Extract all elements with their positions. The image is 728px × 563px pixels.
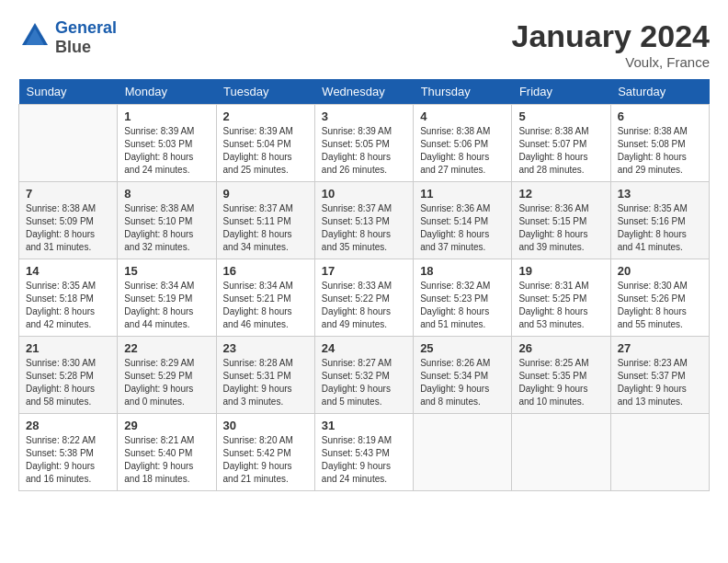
col-header-monday: Monday	[118, 79, 216, 105]
day-info: Sunrise: 8:29 AMSunset: 5:29 PMDaylight:…	[124, 357, 209, 408]
calendar-week-row: 1Sunrise: 8:39 AMSunset: 5:03 PMDaylight…	[19, 105, 710, 182]
day-info: Sunrise: 8:31 AMSunset: 5:25 PMDaylight:…	[518, 280, 603, 331]
day-info: Sunrise: 8:39 AMSunset: 5:03 PMDaylight:…	[124, 125, 209, 177]
calendar-day-cell: 15Sunrise: 8:34 AMSunset: 5:19 PMDayligh…	[118, 259, 216, 337]
day-number: 15	[124, 264, 209, 278]
calendar-week-row: 28Sunrise: 8:22 AMSunset: 5:38 PMDayligh…	[19, 414, 710, 491]
logo-general: General	[55, 18, 117, 38]
day-number: 24	[322, 341, 406, 355]
calendar-table: SundayMondayTuesdayWednesdayThursdayFrid…	[18, 79, 710, 491]
calendar-day-cell: 24Sunrise: 8:27 AMSunset: 5:32 PMDayligh…	[314, 337, 413, 414]
day-number: 25	[420, 341, 505, 355]
day-number: 5	[518, 109, 603, 123]
calendar-day-cell: 21Sunrise: 8:30 AMSunset: 5:28 PMDayligh…	[19, 337, 118, 414]
logo-icon	[18, 19, 51, 52]
day-info: Sunrise: 8:23 AMSunset: 5:37 PMDaylight:…	[618, 357, 702, 408]
day-info: Sunrise: 8:33 AMSunset: 5:22 PMDaylight:…	[322, 280, 406, 331]
calendar-day-cell: 25Sunrise: 8:26 AMSunset: 5:34 PMDayligh…	[414, 337, 512, 414]
calendar-day-cell: 8Sunrise: 8:38 AMSunset: 5:10 PMDaylight…	[118, 182, 216, 259]
day-number: 2	[223, 109, 308, 123]
day-info: Sunrise: 8:25 AMSunset: 5:35 PMDaylight:…	[518, 357, 603, 408]
calendar-day-cell	[414, 414, 512, 491]
calendar-day-cell: 27Sunrise: 8:23 AMSunset: 5:37 PMDayligh…	[610, 337, 709, 414]
day-number: 30	[223, 419, 308, 432]
day-info: Sunrise: 8:39 AMSunset: 5:05 PMDaylight:…	[322, 125, 406, 177]
day-number: 13	[618, 187, 702, 201]
calendar-day-cell: 6Sunrise: 8:38 AMSunset: 5:08 PMDaylight…	[610, 105, 709, 182]
day-number: 17	[322, 264, 406, 278]
calendar-day-cell: 5Sunrise: 8:38 AMSunset: 5:07 PMDaylight…	[512, 105, 610, 182]
calendar-day-cell: 10Sunrise: 8:37 AMSunset: 5:13 PMDayligh…	[314, 182, 413, 259]
day-info: Sunrise: 8:39 AMSunset: 5:04 PMDaylight:…	[223, 125, 308, 177]
day-info: Sunrise: 8:22 AMSunset: 5:38 PMDaylight:…	[26, 434, 110, 486]
calendar-day-cell: 30Sunrise: 8:20 AMSunset: 5:42 PMDayligh…	[216, 414, 314, 491]
day-info: Sunrise: 8:21 AMSunset: 5:40 PMDaylight:…	[124, 434, 209, 486]
calendar-day-cell: 11Sunrise: 8:36 AMSunset: 5:14 PMDayligh…	[414, 182, 512, 259]
day-info: Sunrise: 8:32 AMSunset: 5:23 PMDaylight:…	[420, 280, 505, 331]
day-number: 22	[124, 341, 209, 355]
day-info: Sunrise: 8:19 AMSunset: 5:43 PMDaylight:…	[322, 434, 406, 486]
day-info: Sunrise: 8:34 AMSunset: 5:21 PMDaylight:…	[223, 280, 308, 331]
calendar-day-cell: 7Sunrise: 8:38 AMSunset: 5:09 PMDaylight…	[19, 182, 118, 259]
day-number: 6	[618, 109, 702, 123]
logo: General Blue	[18, 18, 117, 57]
day-number: 29	[124, 419, 209, 432]
day-info: Sunrise: 8:36 AMSunset: 5:15 PMDaylight:…	[518, 202, 603, 254]
calendar-week-row: 14Sunrise: 8:35 AMSunset: 5:18 PMDayligh…	[19, 259, 710, 337]
day-info: Sunrise: 8:30 AMSunset: 5:26 PMDaylight:…	[618, 280, 702, 331]
day-number: 10	[322, 187, 406, 201]
col-header-sunday: Sunday	[19, 79, 118, 105]
day-number: 11	[420, 187, 505, 201]
day-info: Sunrise: 8:35 AMSunset: 5:16 PMDaylight:…	[618, 202, 702, 254]
day-info: Sunrise: 8:36 AMSunset: 5:14 PMDaylight:…	[420, 202, 505, 254]
day-number: 14	[26, 264, 110, 278]
calendar-day-cell: 18Sunrise: 8:32 AMSunset: 5:23 PMDayligh…	[414, 259, 512, 337]
calendar-week-row: 7Sunrise: 8:38 AMSunset: 5:09 PMDaylight…	[19, 182, 710, 259]
day-info: Sunrise: 8:27 AMSunset: 5:32 PMDaylight:…	[322, 357, 406, 408]
day-info: Sunrise: 8:38 AMSunset: 5:06 PMDaylight:…	[420, 125, 505, 177]
day-number: 27	[618, 341, 702, 355]
day-info: Sunrise: 8:28 AMSunset: 5:31 PMDaylight:…	[223, 357, 308, 408]
calendar-week-row: 21Sunrise: 8:30 AMSunset: 5:28 PMDayligh…	[19, 337, 710, 414]
day-info: Sunrise: 8:38 AMSunset: 5:08 PMDaylight:…	[618, 125, 702, 177]
month-title: January 2024	[512, 18, 711, 54]
day-number: 12	[518, 187, 603, 201]
calendar-day-cell: 2Sunrise: 8:39 AMSunset: 5:04 PMDaylight…	[216, 105, 314, 182]
page-header: General Blue January 2024 Voulx, France	[18, 18, 710, 70]
title-section: January 2024 Voulx, France	[512, 18, 711, 70]
day-number: 4	[420, 109, 505, 123]
calendar-day-cell: 31Sunrise: 8:19 AMSunset: 5:43 PMDayligh…	[314, 414, 413, 491]
calendar-day-cell: 1Sunrise: 8:39 AMSunset: 5:03 PMDaylight…	[118, 105, 216, 182]
calendar-day-cell: 29Sunrise: 8:21 AMSunset: 5:40 PMDayligh…	[118, 414, 216, 491]
calendar-day-cell	[19, 105, 118, 182]
col-header-saturday: Saturday	[610, 79, 709, 105]
calendar-day-cell: 20Sunrise: 8:30 AMSunset: 5:26 PMDayligh…	[610, 259, 709, 337]
day-number: 1	[124, 109, 209, 123]
calendar-day-cell	[610, 414, 709, 491]
logo-blue: Blue	[55, 38, 117, 57]
col-header-thursday: Thursday	[414, 79, 512, 105]
day-number: 26	[518, 341, 603, 355]
calendar-day-cell: 12Sunrise: 8:36 AMSunset: 5:15 PMDayligh…	[512, 182, 610, 259]
calendar-day-cell	[512, 414, 610, 491]
day-info: Sunrise: 8:38 AMSunset: 5:07 PMDaylight:…	[518, 125, 603, 177]
day-info: Sunrise: 8:34 AMSunset: 5:19 PMDaylight:…	[124, 280, 209, 331]
day-number: 19	[518, 264, 603, 278]
calendar-day-cell: 23Sunrise: 8:28 AMSunset: 5:31 PMDayligh…	[216, 337, 314, 414]
day-number: 3	[322, 109, 406, 123]
day-info: Sunrise: 8:38 AMSunset: 5:09 PMDaylight:…	[26, 202, 110, 254]
calendar-day-cell: 16Sunrise: 8:34 AMSunset: 5:21 PMDayligh…	[216, 259, 314, 337]
day-info: Sunrise: 8:37 AMSunset: 5:13 PMDaylight:…	[322, 202, 406, 254]
calendar-day-cell: 14Sunrise: 8:35 AMSunset: 5:18 PMDayligh…	[19, 259, 118, 337]
day-number: 7	[26, 187, 110, 201]
calendar-day-cell: 22Sunrise: 8:29 AMSunset: 5:29 PMDayligh…	[118, 337, 216, 414]
day-info: Sunrise: 8:38 AMSunset: 5:10 PMDaylight:…	[124, 202, 209, 254]
day-info: Sunrise: 8:37 AMSunset: 5:11 PMDaylight:…	[223, 202, 308, 254]
day-number: 28	[26, 419, 110, 432]
day-number: 21	[26, 341, 110, 355]
col-header-wednesday: Wednesday	[314, 79, 413, 105]
calendar-day-cell: 9Sunrise: 8:37 AMSunset: 5:11 PMDaylight…	[216, 182, 314, 259]
calendar-day-cell: 26Sunrise: 8:25 AMSunset: 5:35 PMDayligh…	[512, 337, 610, 414]
day-info: Sunrise: 8:30 AMSunset: 5:28 PMDaylight:…	[26, 357, 110, 408]
calendar-day-cell: 13Sunrise: 8:35 AMSunset: 5:16 PMDayligh…	[610, 182, 709, 259]
